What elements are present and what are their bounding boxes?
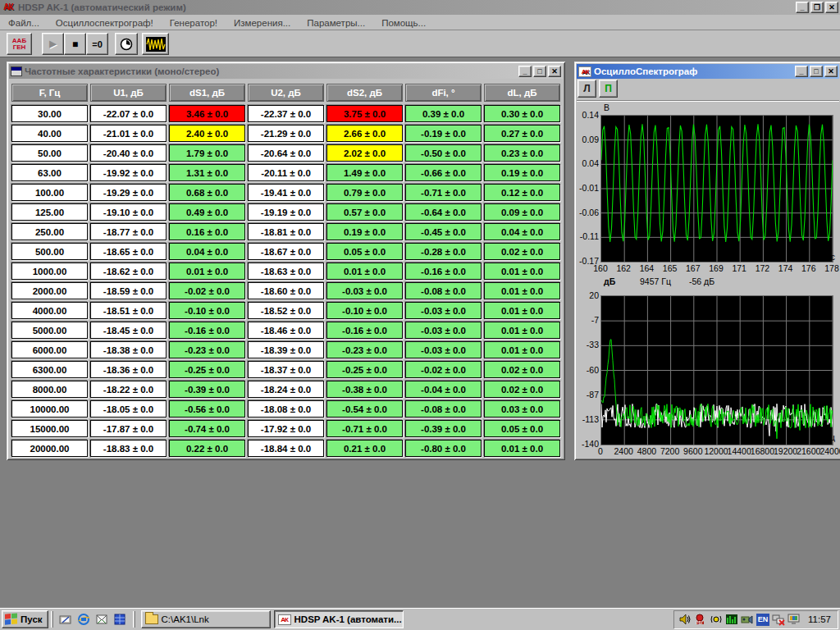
cell-f: 10000.00 — [11, 400, 88, 418]
menu-item-5[interactable]: Помощь... — [373, 16, 434, 30]
radio-icon[interactable] — [710, 613, 723, 626]
column-header: F, Гц — [11, 84, 88, 102]
menu-item-4[interactable]: Параметры... — [299, 16, 373, 30]
cell-u1: -18.38 ± 0.0 — [90, 341, 167, 358]
cell-dfi: -0.64 ± 0.0 — [405, 203, 482, 221]
equalizer-icon[interactable] — [725, 613, 738, 626]
x-tick-label: 19200 — [774, 446, 797, 456]
right-channel-button[interactable]: П — [599, 80, 618, 98]
cell-f: 40.00 — [11, 125, 88, 142]
network-offline-icon[interactable] — [772, 613, 785, 626]
y-tick-label: -0.01 — [576, 183, 599, 193]
table-row: 30.00-22.07 ± 0.03.46 ± 0.0-22.37 ± 0.03… — [11, 105, 560, 122]
cell-u1: -19.92 ± 0.0 — [90, 164, 167, 181]
cell-u1: -20.40 ± 0.0 — [90, 144, 167, 162]
menu-item-1[interactable]: Осциллоспектрограф! — [48, 16, 162, 30]
cell-dl: 0.02 ± 0.0 — [484, 361, 560, 378]
stop-button[interactable]: ■ — [64, 33, 86, 55]
gen-button[interactable]: ААБ ГЕН — [7, 33, 32, 55]
cell-dl: 0.01 ± 0.0 — [484, 440, 560, 457]
oscillogram-plot[interactable] — [600, 115, 833, 262]
cell-f: 250.00 — [11, 223, 88, 240]
volume-icon[interactable] — [678, 613, 692, 626]
app-logo-icon: АК — [578, 66, 591, 77]
ie-icon[interactable] — [77, 613, 91, 627]
reset-zero-button[interactable]: =0 — [86, 33, 108, 55]
cell-dl: 0.23 ± 0.0 — [484, 144, 560, 162]
taskbar-task-folder[interactable]: C:\AK1\Lnk — [141, 610, 271, 628]
x-tick-label: 167 — [686, 263, 701, 273]
cell-dl: 0.27 ± 0.0 — [484, 125, 560, 142]
table-row: 6300.00-18.36 ± 0.0-0.25 ± 0.0-18.37 ± 0… — [11, 361, 560, 378]
cell-ds1: 0.16 ± 0.0 — [169, 223, 245, 240]
left-channel-button[interactable]: Л — [578, 80, 596, 98]
y-tick-label: -0.06 — [576, 208, 599, 217]
cursor-frequency-readout: 9457 Гц — [640, 276, 671, 286]
cell-ds1: -0.10 ± 0.0 — [169, 302, 245, 319]
cell-ds2: -0.25 ± 0.0 — [326, 361, 403, 378]
cell-dl: 0.02 ± 0.0 — [484, 243, 560, 260]
start-button[interactable]: Пуск — [2, 610, 48, 628]
cell-u1: -19.10 ± 0.0 — [90, 203, 167, 221]
cell-dfi: -0.45 ± 0.0 — [405, 223, 482, 240]
cell-dl: 0.12 ± 0.0 — [484, 184, 560, 201]
menu-item-2[interactable]: Генератор! — [162, 16, 226, 30]
cell-u2: -18.52 ± 0.0 — [248, 302, 324, 319]
menu-item-0[interactable]: Файл... — [0, 16, 48, 30]
cell-dfi: -0.80 ± 0.0 — [405, 440, 482, 457]
spectrum-plot[interactable] — [600, 295, 833, 445]
close-button[interactable]: ✕ — [824, 66, 838, 77]
close-button[interactable]: ✕ — [548, 66, 561, 77]
minimize-button[interactable]: _ — [796, 2, 809, 13]
x-tick-label: 164 — [640, 263, 655, 273]
table-row: 100.00-19.29 ± 0.00.68 ± 0.0-19.41 ± 0.0… — [11, 184, 560, 201]
cell-f: 15000.00 — [11, 420, 88, 437]
cell-u2: -18.08 ± 0.0 — [248, 400, 324, 418]
outlook-icon[interactable] — [95, 613, 109, 627]
cell-ds1: 3.46 ± 0.0 — [169, 105, 245, 122]
taskbar-grip[interactable] — [133, 611, 135, 628]
cell-ds1: 0.22 ± 0.0 — [169, 440, 245, 457]
menu-item-3[interactable]: Измерения... — [226, 16, 299, 30]
cell-f: 500.00 — [11, 243, 88, 260]
osc-x-axis-label: мс — [825, 252, 835, 262]
column-header: dS1, дБ — [169, 84, 245, 102]
play-button[interactable]: ▶ — [42, 33, 64, 55]
taskbar-grip[interactable] — [51, 611, 53, 628]
x-tick-label: 174 — [778, 263, 793, 273]
taskbar-task-hdsp[interactable]: АК HDSP AK-1 (автомати... — [274, 610, 404, 628]
y-tick-label: 0.14 — [576, 110, 599, 120]
cell-dfi: -0.02 ± 0.0 — [405, 361, 482, 378]
svg-text:РБГ: РБГ — [696, 620, 704, 625]
column-header: dFi, ° — [405, 84, 482, 102]
table-row: 50.00-20.40 ± 0.01.79 ± 0.0-20.64 ± 0.02… — [11, 144, 560, 162]
show-desktop-icon[interactable] — [59, 613, 73, 627]
mixer-icon[interactable]: РБГ — [694, 613, 707, 626]
cell-ds1: -0.56 ± 0.0 — [169, 400, 245, 418]
cell-ds2: -0.23 ± 0.0 — [326, 341, 403, 358]
y-tick-label: -0.11 — [576, 231, 599, 241]
maximize-button[interactable]: □ — [810, 66, 823, 77]
ak-logo-icon: АК — [278, 614, 291, 625]
cell-dfi: -0.03 ± 0.0 — [405, 322, 482, 339]
keyboard-layout-badge[interactable]: EN — [756, 614, 769, 626]
minimize-button[interactable]: _ — [518, 66, 532, 77]
x-tick-label: 14400 — [728, 446, 751, 456]
channels-icon[interactable] — [113, 613, 127, 627]
y-tick-label: -113 — [576, 414, 599, 424]
cell-u1: -18.51 ± 0.0 — [90, 302, 167, 319]
cell-f: 6300.00 — [11, 361, 88, 378]
video-capture-icon[interactable] — [741, 613, 754, 626]
spectrograph-button[interactable] — [142, 33, 169, 55]
spectrograph-window-titlebar: АК ОсциллоСпектрограф _ □ ✕ — [577, 64, 839, 79]
display-settings-icon[interactable] — [788, 613, 801, 626]
cursor-level-readout: -56 дБ — [689, 276, 714, 286]
cell-ds2: 2.66 ± 0.0 — [326, 125, 403, 142]
close-button[interactable]: ✕ — [825, 2, 838, 13]
cell-u2: -19.19 ± 0.0 — [248, 203, 324, 221]
cell-dfi: 0.39 ± 0.0 — [405, 105, 482, 122]
minimize-button[interactable]: _ — [795, 66, 808, 77]
timer-button[interactable] — [115, 33, 138, 55]
maximize-button[interactable]: □ — [533, 66, 546, 77]
restore-button[interactable]: ❐ — [810, 2, 824, 13]
